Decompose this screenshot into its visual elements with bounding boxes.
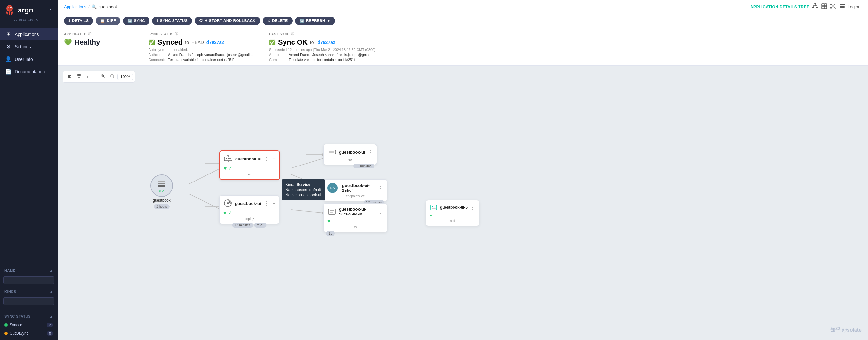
svg-rect-8 — [816, 7, 818, 8]
deploy-title: guestbook-ui — [235, 201, 261, 206]
fit-icon[interactable] — [74, 72, 84, 81]
nod-dots[interactable]: ⋮ — [470, 205, 475, 211]
deploy-minus[interactable]: − — [273, 201, 275, 206]
delete-button[interactable]: ✕ DELETE — [263, 17, 292, 25]
app-details-tree-label[interactable]: APPLICATION DETAILS TREE — [750, 5, 809, 9]
auto-sync-note: Auto sync is not enabled. — [149, 48, 253, 52]
diff-button[interactable]: 📋 DIFF — [96, 17, 120, 25]
info-panels: APP HEALTH ⓘ 💚 Healthy SYNC STATUS ⓘ ···… — [58, 28, 868, 66]
synced-check-icon: ✅ — [149, 39, 155, 45]
last-sync-note: Succeeded 12 minutes ago (Thu Mar 21 202… — [269, 48, 375, 52]
svg-rect-31 — [67, 78, 71, 78]
sync-status-chevron: ▲ — [50, 314, 53, 318]
synced-count: 2 — [47, 323, 53, 327]
sidebar-item-documentation[interactable]: 📄 Documentation — [0, 65, 58, 78]
svc-dots[interactable]: ⋮ — [264, 156, 269, 162]
root-node[interactable]: ♥ ✓ guestbook 2 hours — [150, 175, 173, 209]
details-button[interactable]: ℹ DETAILS — [64, 17, 93, 25]
zoom-fit-icon[interactable] — [98, 72, 107, 81]
zoom-in-button[interactable]: + — [84, 73, 91, 81]
svg-point-1 — [8, 6, 11, 10]
network-view-icon[interactable] — [830, 3, 836, 11]
root-label: guestbook — [150, 198, 173, 203]
outofsync-label: OutOfSync — [9, 331, 29, 336]
back-button[interactable]: ← — [49, 6, 54, 12]
name-filter-header[interactable]: NAME ▲ — [0, 266, 58, 275]
sync-status-header[interactable]: SYNC STATUS ▲ — [0, 312, 58, 321]
svg-line-37 — [103, 77, 105, 78]
main-content: Applications / 🔍 guestbook APPLICATION D… — [58, 0, 868, 340]
deploy-node[interactable]: guestbook-ui ⋮ − ♥ ✓ deploy 12 minutes r… — [219, 195, 279, 224]
history-rollback-button[interactable]: ⏱ HISTORY AND ROLLBACK — [195, 17, 260, 25]
info-icon: ℹ — [68, 19, 70, 23]
svg-point-60 — [229, 158, 231, 159]
sidebar-filters: NAME ▲ KINDS ▲ — [0, 263, 58, 309]
svc-minus[interactable]: − — [273, 156, 276, 161]
topbar-right: APPLICATION DETAILS TREE — [750, 3, 862, 11]
breadcrumb-applications[interactable]: Applications — [64, 4, 86, 9]
kinds-filter-input[interactable] — [3, 298, 54, 305]
svg-rect-32 — [77, 74, 79, 75]
svg-point-69 — [331, 151, 333, 153]
sidebar-item-user-info[interactable]: 👤 User Info — [0, 53, 58, 65]
svg-rect-29 — [67, 75, 71, 75]
refresh-button[interactable]: 🔄 REFRESH ▼ — [295, 17, 335, 25]
applications-icon: ⊞ — [5, 31, 11, 37]
align-icon[interactable] — [65, 72, 74, 81]
endpointslice-title: guestbook-ui-2skcf — [342, 183, 375, 193]
sync-more-icon[interactable]: ··· — [244, 32, 253, 38]
rs-label: rs — [328, 225, 383, 229]
svg-point-19 — [835, 4, 836, 5]
synced-label: Synced — [9, 323, 22, 327]
sync-status-label: SYNC STATUS — [4, 314, 31, 318]
svg-rect-75 — [330, 212, 333, 213]
sidebar-item-settings[interactable]: ⚙ Settings — [0, 40, 58, 53]
name-filter-chevron: ▲ — [50, 269, 53, 273]
rs-dots[interactable]: ⋮ — [378, 209, 383, 215]
svg-line-41 — [113, 77, 114, 78]
deploy-dots[interactable]: ⋮ — [264, 200, 269, 207]
sync-button[interactable]: 🔄 SYNC — [123, 17, 150, 25]
app-health-title: APP HEALTH ⓘ — [64, 32, 133, 36]
sync-item-synced[interactable]: Synced 2 — [0, 321, 58, 329]
kinds-filter-header[interactable]: KINDS ▲ — [0, 287, 58, 296]
svg-rect-34 — [77, 77, 79, 78]
svg-point-18 — [830, 4, 832, 5]
deploy-time-badge: 12 minutes — [232, 223, 253, 228]
ep-dots[interactable]: ⋮ — [368, 149, 373, 155]
svg-point-58 — [226, 158, 227, 159]
logout-button[interactable]: Log out — [848, 4, 862, 9]
rs-node[interactable]: guestbook-ui-56c646849b ⋮ ♥ rs 15 — [323, 203, 387, 233]
name-filter-wrap — [0, 275, 58, 285]
svg-point-20 — [830, 7, 832, 8]
tree-view-icon[interactable] — [812, 3, 818, 11]
logo-text: argo — [18, 6, 33, 14]
root-check-icon: ✓ — [162, 189, 164, 193]
last-sync-more-icon[interactable]: ··· — [366, 32, 375, 38]
svc-node[interactable]: guestbook-ui ⋮ − ♥ ✓ svc — [219, 151, 280, 180]
svg-line-43 — [189, 168, 221, 184]
zoom-input[interactable]: 100% — [118, 74, 133, 80]
breadcrumb: Applications / 🔍 guestbook — [64, 4, 118, 9]
ep-node[interactable]: guestbook-ui ⋮ ep 12 minutes — [323, 144, 377, 165]
list-view-icon[interactable] — [839, 3, 845, 11]
svg-point-59 — [227, 158, 229, 159]
sidebar-item-applications[interactable]: ⊞ Applications — [0, 28, 58, 40]
endpointslice-node[interactable]: ES guestbook-ui-2skcf ⋮ endpointslice 12… — [323, 179, 387, 202]
sync-item-outofsync[interactable]: OutOfSync 0 — [0, 329, 58, 337]
endpointslice-dots[interactable]: ⋮ — [378, 185, 383, 191]
svg-rect-77 — [432, 206, 433, 208]
svg-point-21 — [835, 7, 836, 8]
svg-rect-15 — [822, 6, 824, 9]
zoom-reset-icon[interactable] — [108, 72, 117, 81]
sync-status-button[interactable]: ℹ SYNC STATUS — [152, 17, 192, 25]
nod-node[interactable]: guestbook-ui-5 ⋮ ♥ nod — [426, 200, 479, 226]
name-filter-input[interactable] — [3, 276, 54, 284]
svg-rect-78 — [432, 208, 436, 209]
svg-rect-76 — [431, 205, 437, 210]
svc-title: guestbook-ui — [235, 157, 261, 161]
refresh-icon: 🔄 — [300, 19, 304, 23]
zoom-out-button[interactable]: − — [91, 73, 98, 81]
breadcrumb-current: guestbook — [99, 4, 118, 9]
grid-view-icon[interactable] — [821, 3, 827, 11]
